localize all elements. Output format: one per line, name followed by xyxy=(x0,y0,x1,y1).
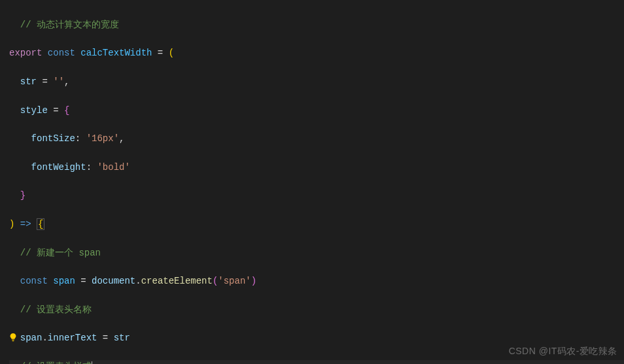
paren-close: ) xyxy=(9,219,14,229)
watermark: CSDN @IT码农-爱吃辣条 xyxy=(509,344,617,359)
code-editor[interactable]: // 动态计算文本的宽度 export const calcTextWidth … xyxy=(0,0,624,364)
code-line-active: // 设置表头样式 xyxy=(9,360,624,364)
brace-open: { xyxy=(64,105,69,116)
comment: // 动态计算文本的宽度 xyxy=(20,20,119,30)
comment: // 新建一个 span xyxy=(20,248,101,258)
keyword-const: const xyxy=(48,48,75,58)
code-line: style = { xyxy=(9,104,624,118)
code-line: } xyxy=(9,189,624,203)
comment: // 设置表头样式 xyxy=(20,361,92,364)
code-line: // 新建一个 span xyxy=(9,246,624,261)
code-line: span.innerText = str xyxy=(9,331,624,346)
code-line: const span = document.createElement('spa… xyxy=(9,274,624,289)
comment: // 设置表头名称 xyxy=(20,305,92,315)
function-name: calcTextWidth xyxy=(80,48,152,58)
lightbulb-icon[interactable] xyxy=(9,333,18,342)
code-line: // 设置表头名称 xyxy=(9,303,624,318)
arrow: => xyxy=(20,219,31,229)
text-cursor xyxy=(92,361,92,364)
code-line: export const calcTextWidth = ( xyxy=(9,46,624,61)
property: fontSize xyxy=(31,133,75,144)
code-line: ) => { xyxy=(9,218,624,232)
property: fontWeight xyxy=(31,162,86,173)
keyword-export: export xyxy=(9,48,42,58)
param: str xyxy=(20,76,37,87)
code-line: fontWeight: 'bold' xyxy=(9,161,624,175)
code-line: fontSize: '16px', xyxy=(9,132,624,146)
paren-open: ( xyxy=(169,48,174,58)
param: style xyxy=(20,105,48,116)
code-line: str = '', xyxy=(9,75,624,90)
brace-open: { xyxy=(37,218,44,230)
code-line: // 动态计算文本的宽度 xyxy=(9,18,624,33)
brace-close: } xyxy=(20,190,26,201)
